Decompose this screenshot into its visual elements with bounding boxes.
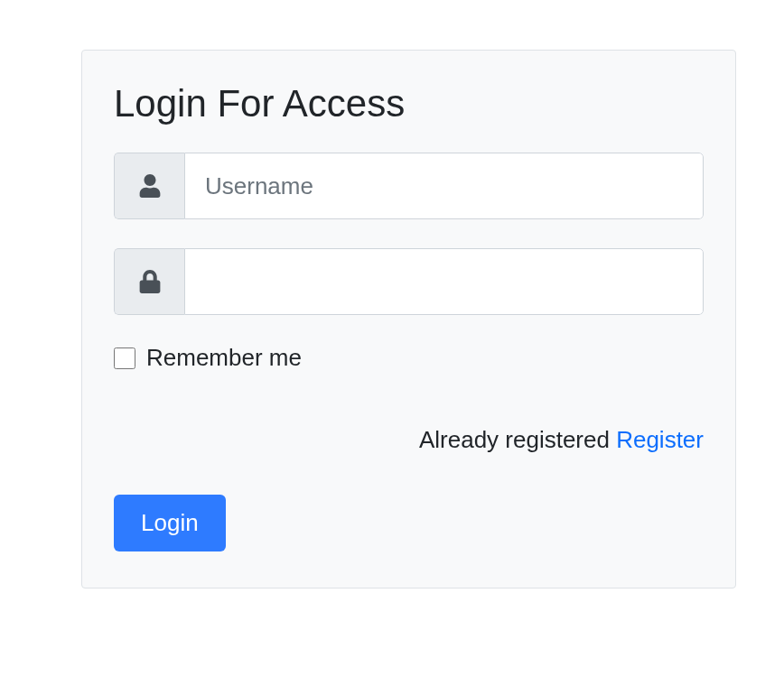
password-input[interactable] bbox=[184, 248, 704, 315]
register-link[interactable]: Register bbox=[616, 426, 704, 453]
card-title: Login For Access bbox=[114, 82, 704, 125]
user-icon bbox=[114, 153, 184, 219]
login-card: Login For Access Remember me Already reg… bbox=[81, 50, 736, 588]
lock-icon bbox=[114, 248, 184, 315]
username-group bbox=[114, 153, 704, 219]
remember-checkbox[interactable] bbox=[114, 348, 135, 369]
remember-label: Remember me bbox=[146, 344, 302, 372]
register-row: Already registered Register bbox=[114, 426, 704, 454]
login-button[interactable]: Login bbox=[114, 495, 226, 551]
register-text: Already registered bbox=[419, 426, 616, 453]
username-input[interactable] bbox=[184, 153, 704, 219]
password-group bbox=[114, 248, 704, 315]
remember-row: Remember me bbox=[114, 344, 704, 372]
